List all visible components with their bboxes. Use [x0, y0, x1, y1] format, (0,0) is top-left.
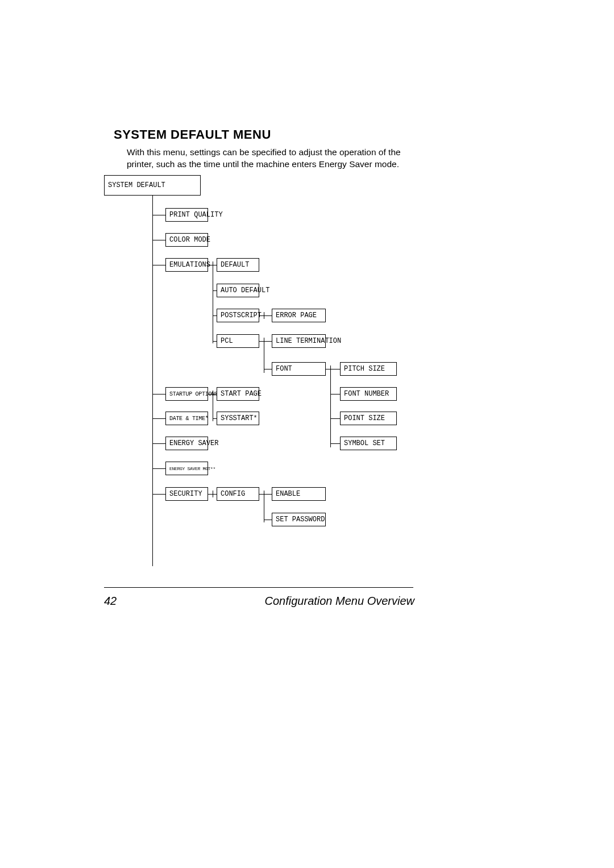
- connector: [213, 418, 217, 419]
- connector: [213, 391, 213, 421]
- node-date-time: DATE & TIME*: [165, 412, 208, 425]
- node-emu-postscript: POSTSCRIPT: [217, 309, 259, 322]
- connector: [208, 494, 213, 495]
- connector: [152, 494, 165, 495]
- connector: [264, 491, 264, 522]
- node-emu-pcl: PCL: [217, 334, 259, 348]
- connector: [259, 341, 264, 342]
- connector: [152, 240, 165, 240]
- connector: [152, 215, 165, 215]
- connector: [152, 196, 153, 566]
- node-startup-options: STARTUP OPTIONS: [165, 387, 208, 401]
- connector: [152, 443, 165, 444]
- node-set-password: SET PASSWORD: [272, 513, 326, 526]
- connector: [152, 418, 165, 419]
- node-font: FONT: [272, 362, 326, 376]
- node-energy-saver-mgt: ENERGY SAVER MGT**: [165, 462, 208, 475]
- node-sysstart: SYSSTART*: [217, 412, 259, 425]
- node-config: CONFIG: [217, 487, 259, 501]
- node-start-page: START PAGE: [217, 387, 259, 401]
- node-pitch-size: PITCH SIZE: [340, 362, 397, 376]
- node-emu-default: DEFAULT: [217, 258, 259, 272]
- footer-rule: [104, 587, 413, 588]
- node-print-quality: PRINT QUALITY: [165, 208, 208, 222]
- node-symbol-set: SYMBOL SET: [340, 437, 397, 450]
- node-point-size: POINT SIZE: [340, 412, 397, 425]
- connector: [208, 394, 213, 394]
- node-security: SECURITY: [165, 487, 208, 501]
- node-enable: ENABLE: [272, 487, 326, 501]
- connector: [264, 338, 264, 373]
- connector: [264, 315, 272, 316]
- connector: [264, 494, 272, 495]
- connector: [213, 290, 217, 291]
- page-number: 42: [104, 595, 117, 608]
- document-page: SYSTEM DEFAULT MENU With this menu, sett…: [0, 0, 614, 868]
- connector: [208, 265, 213, 265]
- node-emu-auto-default: AUTO DEFAULT: [217, 284, 259, 297]
- connector: [264, 341, 272, 342]
- connector: [213, 315, 217, 316]
- connector: [213, 261, 213, 343]
- section-heading: SYSTEM DEFAULT MENU: [114, 127, 271, 142]
- connector: [326, 369, 330, 369]
- connector: [213, 394, 217, 394]
- connector: [213, 341, 217, 342]
- footer-title: Configuration Menu Overview: [265, 595, 414, 608]
- connector: [152, 394, 165, 394]
- connector: [330, 443, 340, 444]
- node-emulations: EMULATIONS: [165, 258, 208, 272]
- node-color-mode: COLOR MODE: [165, 233, 208, 247]
- connector: [152, 265, 165, 265]
- connector: [330, 394, 340, 394]
- node-root: SYSTEM DEFAULT: [104, 175, 201, 196]
- connector: [259, 494, 264, 495]
- connector: [330, 366, 331, 447]
- node-font-number: FONT NUMBER: [340, 387, 397, 401]
- connector: [330, 369, 340, 369]
- node-energy-saver: ENERGY SAVER: [165, 437, 208, 450]
- intro-paragraph: With this menu, settings can be specifie…: [127, 147, 417, 171]
- connector: [152, 468, 165, 469]
- connector: [330, 418, 340, 419]
- connector: [213, 265, 217, 265]
- menu-tree-diagram: SYSTEM DEFAULT PRINT QUALITY COLOR MODE …: [104, 175, 445, 584]
- connector: [259, 315, 264, 316]
- node-line-termination: LINE TERMINATION: [272, 334, 326, 348]
- connector: [264, 520, 272, 520]
- node-error-page: ERROR PAGE: [272, 309, 326, 322]
- connector: [264, 369, 272, 369]
- connector: [213, 494, 217, 495]
